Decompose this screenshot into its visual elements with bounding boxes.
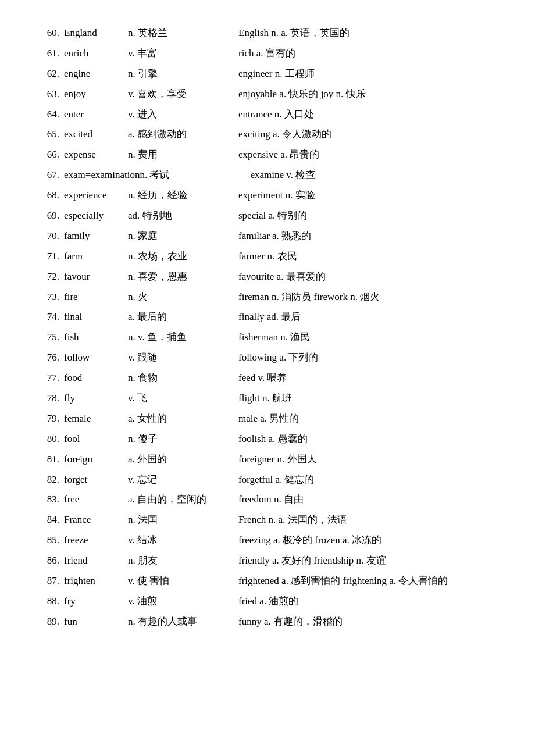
entry-definition: v. 喜欢，享受 [128, 86, 238, 103]
list-item: 68. experience n. 经历，经验 experiment n. 实验 [35, 186, 500, 206]
entry-word: favour [64, 269, 128, 286]
entry-related: frightened a. 感到害怕的 frightening a. 令人害怕的 [238, 573, 500, 590]
vocabulary-list: 60. England n. 英格兰 English n. a. 英语，英国的 … [35, 23, 500, 632]
entry-word: enjoy [64, 86, 128, 103]
entry-word: engine [64, 66, 128, 83]
entry-related: feed v. 喂养 [238, 370, 500, 387]
list-item: 64. enter v. 进入 entrance n. 入口处 [35, 105, 500, 125]
entry-number: 82. [35, 472, 59, 488]
entry-number: 69. [35, 208, 59, 224]
entry-related: entrance n. 入口处 [238, 106, 500, 123]
entry-word: farm [64, 248, 128, 265]
entry-word: final [64, 309, 128, 326]
entry-word: fire [64, 289, 128, 306]
entry-related: fried a. 油煎的 [238, 593, 500, 610]
list-item: 72. favour n. 喜爱，恩惠 favourite a. 最喜爱的 [35, 267, 500, 287]
entry-number: 86. [35, 552, 59, 569]
entry-number: 88. [35, 593, 59, 610]
list-item: 76. follow v. 跟随 following a. 下列的 [35, 348, 500, 368]
list-item: 62. engine n. 引擎 engineer n. 工程师 [35, 64, 500, 84]
entry-definition: n. 英格兰 [128, 25, 238, 42]
entry-definition: n. 经历，经验 [128, 187, 238, 204]
entry-definition: n. 引擎 [128, 66, 238, 83]
entry-definition: n. 考试 [140, 167, 250, 184]
entry-number: 79. [35, 411, 59, 427]
entry-definition: a. 自由的，空闲的 [128, 491, 238, 508]
entry-related: English n. a. 英语，英国的 [238, 25, 500, 42]
entry-word: frighten [64, 573, 128, 590]
entry-related: forgetful a. 健忘的 [238, 472, 500, 488]
entry-number: 64. [35, 106, 59, 123]
entry-related: familiar a. 熟悉的 [238, 228, 500, 245]
list-item: 65. excited a. 感到激动的 exciting a. 令人激动的 [35, 124, 500, 145]
entry-related: favourite a. 最喜爱的 [238, 269, 500, 286]
list-item: 67. exam=examination n. 考试 examine v. 检查 [35, 165, 500, 186]
entry-related: male a. 男性的 [238, 411, 500, 427]
entry-related: foolish a. 愚蠢的 [238, 431, 500, 448]
entry-number: 78. [35, 390, 59, 407]
list-item: 73. fire n. 火 fireman n. 消防员 firework n.… [35, 287, 500, 308]
entry-definition: v. 油煎 [128, 593, 238, 610]
entry-word: free [64, 491, 128, 508]
entry-word: experience [64, 187, 128, 204]
list-item: 87. frighten v. 使 害怕 frightened a. 感到害怕的… [35, 571, 500, 591]
entry-number: 71. [35, 248, 59, 265]
entry-word: family [64, 228, 128, 245]
entry-related: finally ad. 最后 [238, 309, 500, 326]
entry-number: 84. [35, 512, 59, 529]
entry-definition: v. 结冰 [128, 532, 238, 549]
entry-definition: n. 农场，农业 [128, 248, 238, 265]
list-item: 71. farm n. 农场，农业 farmer n. 农民 [35, 247, 500, 267]
entry-number: 68. [35, 187, 59, 204]
entry-definition: ad. 特别地 [128, 208, 238, 224]
list-item: 78. fly v. 飞 flight n. 航班 [35, 388, 500, 409]
entry-definition: n. 喜爱，恩惠 [128, 269, 238, 286]
entry-word: enrich [64, 45, 128, 62]
list-item: 89. fun n. 有趣的人或事 funny a. 有趣的，滑稽的 [35, 612, 500, 632]
entry-number: 65. [35, 126, 59, 143]
entry-number: 76. [35, 350, 59, 366]
entry-word: friend [64, 552, 128, 569]
entry-word: fly [64, 390, 128, 407]
list-item: 75. fish n. v. 鱼，捕鱼 fisherman n. 渔民 [35, 327, 500, 348]
list-item: 85. freeze v. 结冰 freezing a. 极冷的 frozen … [35, 530, 500, 551]
entry-definition: v. 忘记 [128, 472, 238, 488]
entry-number: 75. [35, 329, 59, 346]
entry-definition: n. 食物 [128, 370, 238, 387]
entry-number: 63. [35, 86, 59, 103]
list-item: 83. free a. 自由的，空闲的 freedom n. 自由 [35, 490, 500, 510]
entry-related: special a. 特别的 [238, 208, 500, 224]
list-item: 60. England n. 英格兰 English n. a. 英语，英国的 [35, 23, 500, 44]
list-item: 82. forget v. 忘记 forgetful a. 健忘的 [35, 470, 500, 490]
list-item: 63. enjoy v. 喜欢，享受 enjoyable a. 快乐的 joy … [35, 84, 500, 105]
entry-related: examine v. 检查 [250, 167, 500, 184]
entry-word: foreign [64, 451, 128, 468]
entry-related: rich a. 富有的 [238, 45, 500, 62]
entry-number: 80. [35, 431, 59, 448]
entry-word: France [64, 512, 128, 529]
list-item: 80. fool n. 傻子 foolish a. 愚蠢的 [35, 429, 500, 450]
entry-word: fool [64, 431, 128, 448]
list-item: 79. female a. 女性的 male a. 男性的 [35, 409, 500, 429]
entry-related: fireman n. 消防员 firework n. 烟火 [238, 289, 500, 306]
list-item: 70. family n. 家庭 familiar a. 熟悉的 [35, 226, 500, 247]
entry-definition: a. 外国的 [128, 451, 238, 468]
list-item: 61. enrich v. 丰富 rich a. 富有的 [35, 44, 500, 64]
entry-definition: n. 费用 [128, 147, 238, 163]
entry-related: freedom n. 自由 [238, 491, 500, 508]
entry-related: fisherman n. 渔民 [238, 329, 500, 346]
entry-number: 89. [35, 614, 59, 630]
entry-related: French n. a. 法国的，法语 [238, 512, 500, 529]
entry-definition: n. 朋友 [128, 552, 238, 569]
entry-definition: a. 最后的 [128, 309, 238, 326]
entry-word: female [64, 411, 128, 427]
entry-number: 74. [35, 309, 59, 326]
entry-number: 73. [35, 289, 59, 306]
entry-related: expensive a. 昂贵的 [238, 147, 500, 163]
list-item: 69. especially ad. 特别地 special a. 特别的 [35, 206, 500, 226]
entry-word: fish [64, 329, 128, 346]
entry-definition: v. 飞 [128, 390, 238, 407]
entry-word: forget [64, 472, 128, 488]
entry-word: fry [64, 593, 128, 610]
entry-word: expense [64, 147, 128, 163]
